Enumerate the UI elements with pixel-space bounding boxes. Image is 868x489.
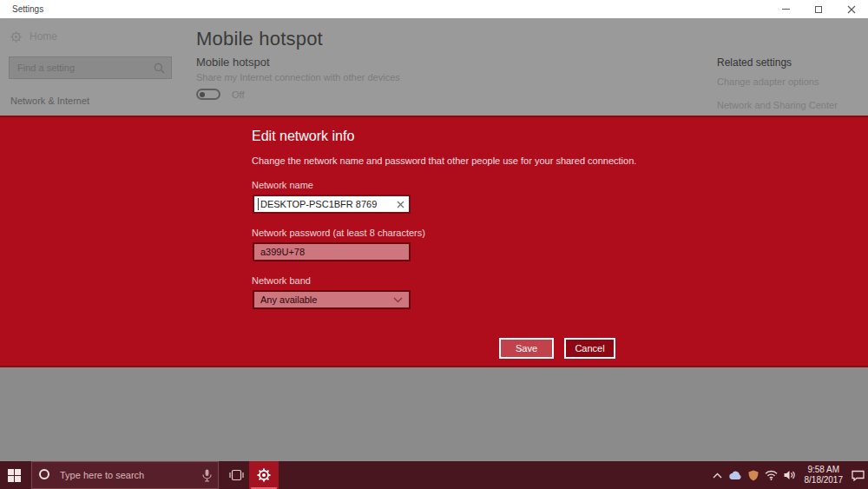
toggle-state-label: Off xyxy=(232,89,244,100)
clear-text-button[interactable] xyxy=(393,197,407,211)
sidebar-item-home[interactable]: Home xyxy=(10,30,57,43)
maximize-icon xyxy=(815,6,822,13)
chevron-down-icon xyxy=(393,297,403,303)
volume-icon xyxy=(784,470,796,480)
taskbar-settings-app[interactable] xyxy=(249,461,279,489)
sidebar-home-label: Home xyxy=(30,30,57,43)
gear-icon xyxy=(10,31,22,43)
shield-icon xyxy=(748,470,759,481)
window-title: Settings xyxy=(12,0,43,18)
text-cursor xyxy=(258,198,259,210)
find-a-setting-searchbox[interactable] xyxy=(9,56,172,79)
network-band-dropdown[interactable]: Any available xyxy=(253,290,411,309)
cancel-button[interactable]: Cancel xyxy=(564,338,615,359)
wifi-tray-item[interactable] xyxy=(765,470,778,480)
settings-gear-icon xyxy=(257,468,271,482)
clock-time: 9:58 AM xyxy=(805,465,844,475)
network-name-input[interactable] xyxy=(253,195,411,214)
taskbar-searchbox[interactable] xyxy=(31,461,219,489)
volume-tray-item[interactable] xyxy=(784,470,796,480)
action-center-button[interactable] xyxy=(852,470,865,481)
settings-window-content: Home Network & Internet Mobile hotspot M… xyxy=(0,18,868,116)
task-view-button[interactable] xyxy=(224,461,248,489)
system-tray: 9:58 AM 8/18/2017 xyxy=(713,461,865,489)
wifi-icon xyxy=(765,470,778,480)
close-icon xyxy=(847,5,856,14)
action-center-icon xyxy=(852,470,865,481)
start-button[interactable] xyxy=(0,461,28,489)
security-tray-item[interactable] xyxy=(748,470,759,481)
onedrive-tray-item[interactable] xyxy=(728,471,742,480)
toggle-knob-icon xyxy=(200,92,205,97)
minimize-button[interactable] xyxy=(769,0,802,18)
related-settings-heading: Related settings xyxy=(717,56,792,69)
save-button[interactable]: Save xyxy=(499,338,554,359)
network-name-fieldwrap xyxy=(253,195,411,214)
titlebar: Settings xyxy=(0,0,868,18)
link-change-adapter-options[interactable]: Change adapter options xyxy=(717,76,819,87)
minimize-icon xyxy=(782,9,790,10)
mobile-hotspot-toggle[interactable] xyxy=(196,89,220,100)
network-name-label: Network name xyxy=(252,180,313,190)
mobile-hotspot-description: Share my Internet connection with other … xyxy=(196,72,400,83)
page-title: Mobile hotspot xyxy=(196,28,323,50)
taskbar-search-input[interactable] xyxy=(32,462,218,488)
taskbar-clock[interactable]: 9:58 AM 8/18/2017 xyxy=(805,465,844,486)
network-band-label: Network band xyxy=(252,275,311,286)
network-band-value: Any available xyxy=(260,294,317,305)
microphone-icon[interactable] xyxy=(202,469,212,482)
network-password-label: Network password (at least 8 characters) xyxy=(252,228,425,238)
link-network-sharing-center[interactable]: Network and Sharing Center xyxy=(717,100,838,110)
chevron-up-icon xyxy=(713,472,722,479)
dialog-description: Change the network name and password tha… xyxy=(252,155,636,166)
clear-x-icon xyxy=(397,201,404,208)
window-controls xyxy=(769,0,868,18)
mobile-hotspot-toggle-row: Off xyxy=(196,89,244,100)
taskbar: 9:58 AM 8/18/2017 xyxy=(0,461,868,489)
network-password-input[interactable] xyxy=(253,242,411,261)
mobile-hotspot-section-title: Mobile hotspot xyxy=(196,56,270,69)
tray-expand-button[interactable] xyxy=(713,472,722,479)
windows-logo-icon xyxy=(8,469,21,482)
maximize-button[interactable] xyxy=(802,0,835,18)
find-a-setting-input[interactable] xyxy=(10,57,171,78)
task-view-icon xyxy=(229,469,244,481)
search-icon xyxy=(154,63,165,74)
sidebar-item-network-internet[interactable]: Network & Internet xyxy=(10,96,89,106)
edit-network-info-dialog: Edit network info Change the network nam… xyxy=(0,116,868,367)
close-button[interactable] xyxy=(835,0,868,18)
network-password-fieldwrap xyxy=(253,242,411,261)
desktop-background xyxy=(0,367,868,461)
cloud-icon xyxy=(728,471,742,480)
screen: Settings Home Network & Internet xyxy=(0,0,868,489)
clock-date: 8/18/2017 xyxy=(805,475,844,486)
dialog-title: Edit network info xyxy=(252,129,354,144)
